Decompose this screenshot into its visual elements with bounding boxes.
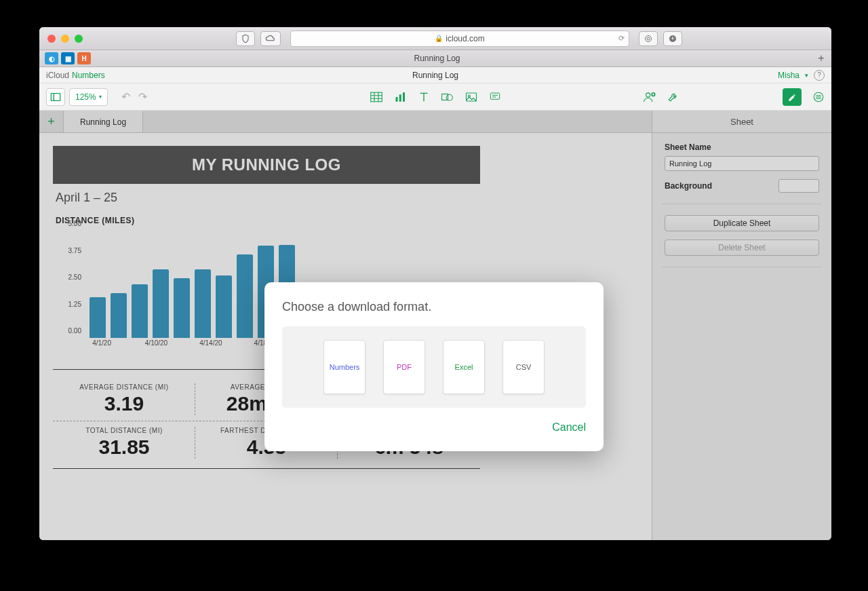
favorite-item[interactable]: ▦ (61, 52, 75, 64)
svg-rect-5 (371, 92, 382, 102)
url-host: icloud.com (446, 34, 484, 43)
breadcrumb-icloud[interactable]: iCloud (46, 71, 69, 80)
format-options: Numbers PDF Excel CSV (282, 326, 586, 408)
undo-button[interactable]: ↶ (121, 90, 130, 103)
content-area: + Running Log MY RUNNING LOG April 1 – 2… (39, 111, 831, 540)
reload-icon[interactable]: ⟳ (618, 34, 625, 43)
format-pdf-button[interactable]: PDF (383, 340, 425, 394)
zoom-window-button[interactable] (75, 35, 83, 43)
svg-rect-19 (490, 93, 499, 99)
new-tab-button[interactable]: + (815, 52, 827, 64)
tab-title-text: Running Log (414, 54, 460, 63)
text-icon[interactable] (419, 92, 429, 102)
svg-point-1 (647, 37, 650, 40)
zoom-value: 125% (75, 92, 96, 102)
svg-point-16 (446, 94, 452, 100)
chevron-down-icon: ▾ (99, 94, 102, 100)
svg-point-0 (646, 35, 652, 41)
collaborate-icon[interactable] (643, 91, 656, 103)
document-title: Running Log (412, 71, 458, 80)
tab-bar: ◐ ▦ H Running Log + (39, 50, 831, 67)
safari-toolbar: 🔒 icloud.com ⟳ (39, 27, 831, 50)
format-excel-button[interactable]: Excel (443, 340, 485, 394)
format-numbers-button[interactable]: Numbers (323, 340, 366, 394)
minimize-window-button[interactable] (61, 35, 69, 43)
format-csv-button[interactable]: CSV (502, 340, 545, 394)
chart-icon[interactable] (395, 92, 407, 102)
lock-icon: 🔒 (435, 35, 443, 42)
breadcrumb-app[interactable]: Numbers (72, 71, 105, 80)
favorite-item[interactable]: H (77, 52, 91, 64)
redo-button[interactable]: ↷ (138, 90, 147, 103)
help-button[interactable]: ? (814, 70, 825, 81)
zoom-select[interactable]: 125% ▾ (69, 88, 108, 106)
comment-icon[interactable] (490, 92, 500, 102)
cancel-button[interactable]: Cancel (552, 421, 586, 434)
reader-button[interactable] (639, 31, 658, 46)
svg-rect-12 (403, 92, 405, 102)
download-format-modal: Choose a download format. Numbers PDF Ex… (264, 282, 604, 451)
favorite-item[interactable]: ◐ (45, 52, 58, 64)
svg-point-22 (646, 92, 650, 96)
modal-title: Choose a download format. (282, 300, 586, 314)
close-window-button[interactable] (47, 35, 56, 43)
media-icon[interactable] (465, 92, 477, 102)
insert-tools (370, 92, 500, 102)
tools-icon[interactable] (667, 91, 679, 103)
view-button[interactable] (46, 88, 65, 106)
svg-rect-10 (396, 97, 398, 102)
table-icon[interactable] (370, 92, 382, 102)
organize-icon[interactable] (812, 91, 825, 103)
format-button[interactable] (783, 88, 802, 106)
app-toolbar: 125% ▾ ↶ ↷ (39, 83, 831, 111)
url-bar[interactable]: 🔒 icloud.com ⟳ (290, 31, 629, 47)
window-controls (47, 35, 83, 43)
chevron-down-icon: ▾ (805, 72, 808, 79)
shape-icon[interactable] (441, 92, 453, 102)
icloud-tabs-button[interactable] (260, 31, 281, 46)
safari-window: 🔒 icloud.com ⟳ ◐ ▦ H Running Log + iClou… (39, 27, 831, 540)
svg-rect-3 (51, 93, 60, 100)
app-titlebar: iCloud Numbers Running Log Misha ▾ ? (39, 67, 831, 83)
privacy-report-button[interactable] (236, 31, 255, 46)
downloads-button[interactable] (663, 31, 682, 46)
browser-tab[interactable]: Running Log (410, 54, 460, 63)
user-menu[interactable]: Misha (778, 71, 800, 80)
svg-rect-11 (399, 94, 401, 102)
